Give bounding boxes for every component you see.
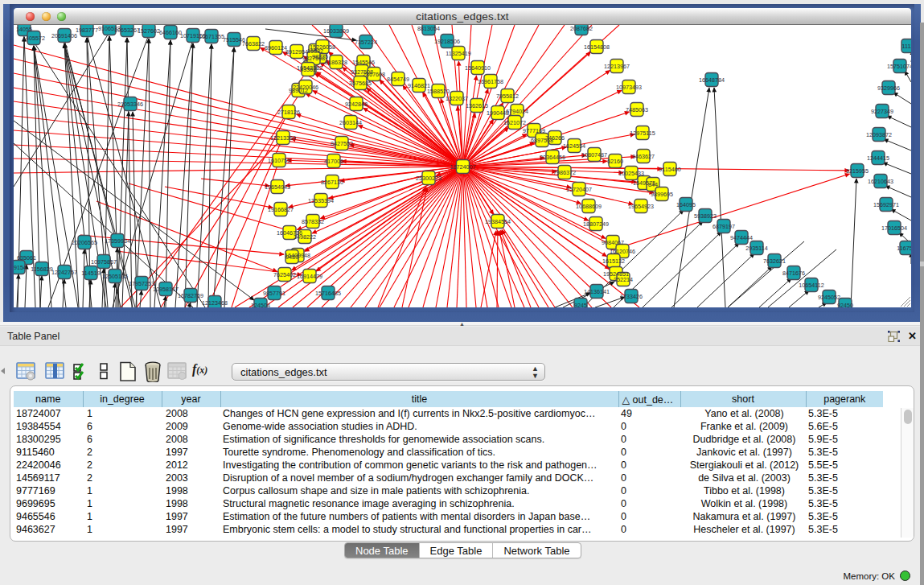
- svg-text:8267130: 8267130: [321, 179, 343, 186]
- svg-text:16782759: 16782759: [178, 292, 203, 299]
- svg-text:10958107: 10958107: [153, 286, 179, 293]
- svg-text:10975857: 10975857: [91, 258, 117, 266]
- svg-text:8215955: 8215955: [846, 167, 869, 175]
- svg-text:12975115: 12975115: [630, 130, 655, 137]
- svg-text:14136141: 14136141: [584, 288, 610, 295]
- svg-text:20691406: 20691406: [51, 32, 77, 39]
- svg-text:12505135: 12505135: [102, 273, 128, 280]
- svg-text:13535394: 13535394: [308, 197, 334, 204]
- svg-text:20206565: 20206565: [72, 239, 97, 246]
- svg-text:20364456: 20364456: [540, 154, 565, 161]
- svg-text:1405572: 1405572: [23, 35, 45, 42]
- svg-text:6794024: 6794024: [506, 108, 528, 115]
- svg-text:16046736: 16046736: [277, 229, 302, 237]
- svg-text:6879197: 6879197: [713, 223, 735, 230]
- svg-text:15226058: 15226058: [310, 43, 335, 51]
- svg-text:15751074: 15751074: [887, 63, 911, 70]
- svg-text:6466160: 6466160: [159, 29, 182, 36]
- svg-text:25300273: 25300273: [416, 175, 441, 182]
- svg-text:19384554: 19384554: [485, 218, 511, 225]
- svg-text:9245052: 9245052: [818, 294, 840, 301]
- svg-text:1615132: 1615132: [602, 257, 625, 265]
- svg-text:9857791: 9857791: [263, 290, 285, 297]
- svg-text:1244415: 1244415: [867, 154, 889, 162]
- svg-text:1527602: 1527602: [138, 27, 160, 35]
- svg-text:8813054: 8813054: [417, 25, 440, 32]
- svg-text:12093872: 12093872: [866, 131, 892, 138]
- svg-text:1545546: 1545546: [352, 59, 375, 66]
- svg-text:1156829: 1156829: [31, 266, 52, 273]
- svg-text:17016504: 17016504: [881, 225, 907, 232]
- svg-text:17359934: 17359934: [105, 237, 130, 245]
- svg-text:8186328: 8186328: [325, 59, 347, 66]
- svg-text:16914479: 16914479: [297, 273, 322, 280]
- svg-text:7632621: 7632621: [763, 257, 786, 265]
- svg-text:7986372: 7986372: [553, 169, 576, 176]
- svg-text:9329966: 9329966: [877, 84, 900, 92]
- svg-text:16961758: 16961758: [478, 78, 503, 85]
- svg-text:19166827: 19166827: [268, 206, 294, 213]
- svg-text:8427552: 8427552: [331, 140, 353, 147]
- svg-text:10807487: 10807487: [581, 151, 607, 159]
- svg-text:1112: 1112: [902, 43, 911, 50]
- svg-text:9489: 9489: [285, 253, 298, 261]
- svg-text:1588520: 1588520: [427, 88, 450, 95]
- svg-text:116753: 116753: [897, 245, 911, 252]
- svg-text:16671355: 16671355: [199, 33, 224, 40]
- svg-text:10688609: 10688609: [576, 203, 602, 210]
- svg-text:2867608: 2867608: [363, 71, 385, 78]
- svg-text:9827508: 9827508: [302, 55, 325, 62]
- svg-text:417006: 417006: [324, 158, 343, 165]
- svg-text:124504: 124504: [251, 302, 270, 308]
- svg-text:16033809: 16033809: [323, 27, 349, 35]
- svg-text:252214: 252214: [614, 276, 633, 283]
- svg-text:1362615: 1362615: [466, 102, 488, 109]
- svg-text:1621072: 1621072: [503, 119, 526, 126]
- svg-text:8960124: 8960124: [265, 44, 287, 51]
- svg-text:12123468: 12123468: [202, 299, 228, 307]
- svg-text:2935114: 2935114: [745, 245, 767, 252]
- svg-text:9242848: 9242848: [345, 101, 368, 108]
- svg-text:3675685: 3675685: [349, 80, 372, 87]
- svg-text:8471676: 8471676: [782, 270, 805, 277]
- svg-text:1983777: 1983777: [76, 27, 98, 34]
- svg-text:16210643: 16210643: [868, 178, 893, 185]
- svg-text:12242757: 12242757: [51, 269, 77, 276]
- svg-text:9777169: 9777169: [523, 127, 545, 134]
- svg-text:22420046: 22420046: [293, 84, 318, 91]
- svg-text:2087682: 2087682: [570, 25, 593, 32]
- svg-text:1733426: 1733426: [620, 293, 643, 300]
- svg-text:18724007: 18724007: [450, 163, 476, 171]
- svg-text:1610755: 1610755: [268, 157, 290, 164]
- svg-text:746266: 746266: [545, 134, 565, 142]
- svg-text:5938923: 5938923: [694, 212, 717, 220]
- svg-text:15640910: 15640910: [465, 64, 491, 72]
- svg-text:7663822: 7663822: [242, 40, 265, 47]
- svg-text:19654943: 19654943: [265, 183, 290, 191]
- svg-text:19654923: 19654923: [628, 203, 654, 210]
- svg-text:9227349: 9227349: [871, 108, 893, 115]
- svg-text:164095: 164095: [676, 201, 696, 208]
- svg-text:19218506: 19218506: [434, 38, 460, 45]
- svg-text:2603144: 2603144: [339, 119, 362, 126]
- svg-text:10973493: 10973493: [616, 84, 642, 91]
- svg-text:7485063: 7485063: [626, 106, 648, 113]
- svg-text:9084067: 9084067: [602, 239, 624, 246]
- svg-text:7625402: 7625402: [273, 271, 296, 278]
- svg-text:10653267: 10653267: [114, 27, 140, 34]
- svg-text:17957253: 17957253: [129, 280, 154, 287]
- svg-text:62160: 62160: [607, 158, 623, 165]
- svg-text:10025433: 10025433: [618, 170, 644, 177]
- svg-text:15692971: 15692971: [873, 201, 899, 208]
- svg-text:15720407: 15720407: [566, 186, 592, 193]
- svg-text:16154808: 16154808: [584, 43, 610, 51]
- svg-text:9115460: 9115460: [659, 166, 680, 173]
- svg-text:12213967: 12213967: [604, 63, 630, 70]
- svg-text:16120746: 16120746: [610, 248, 635, 255]
- svg-text:844: 844: [648, 181, 658, 188]
- svg-text:10654112: 10654112: [799, 282, 823, 289]
- svg-text:18807249: 18807249: [583, 220, 609, 228]
- svg-text:43362: 43362: [300, 66, 316, 73]
- svg-text:635061: 635061: [17, 254, 36, 262]
- svg-text:7357224: 7357224: [355, 39, 377, 46]
